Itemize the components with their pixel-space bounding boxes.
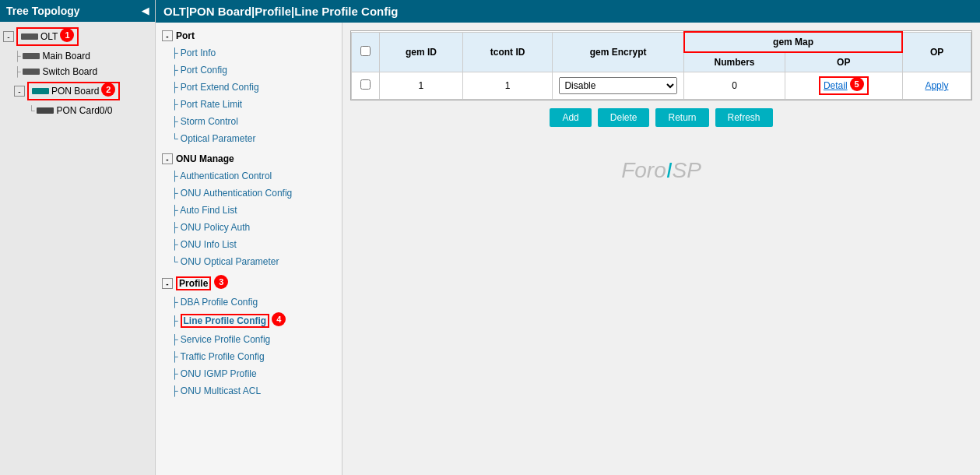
watermark-text2: SP (673, 158, 701, 182)
data-table-wrapper: gem ID tcont ID gem Encrypt gem Map OP N… (350, 30, 972, 100)
menu-item-port-extend-config[interactable]: ├ Port Extend Config (156, 79, 342, 96)
leaf-line-2: ├ (14, 66, 21, 77)
menu-section-port: - Port ├ Port Info ├ Port Config ├ Port … (156, 27, 342, 147)
menu-item-optical-parameter[interactable]: └ Optical Parameter (156, 130, 342, 147)
row-apply-cell: Apply (902, 72, 971, 100)
menu-item-auto-find-list[interactable]: ├ Auto Find List (156, 202, 342, 219)
menu-item-line-profile[interactable]: ├ Line Profile Config 4 (156, 311, 342, 331)
row-tcont-id: 1 (462, 72, 553, 100)
menu-item-dba-profile[interactable]: ├ DBA Profile Config (156, 294, 342, 311)
watermark: ForoISP (350, 127, 972, 214)
expand-olt-icon[interactable]: - (3, 31, 14, 42)
collapse-onu-icon[interactable]: - (162, 153, 173, 164)
collapse-port-icon[interactable]: - (162, 30, 173, 41)
add-button[interactable]: Add (550, 108, 591, 127)
profile-section-label: Profile (176, 276, 211, 290)
row-detail-cell: Detail 5 (785, 72, 902, 100)
table-row: 1 1 Disable Enable 0 (352, 72, 971, 100)
menu-section-onu-manage: - ONU Manage ├ Authentication Control ├ … (156, 150, 342, 270)
th-gem-map: gem Map (684, 32, 902, 52)
menu-item-onu-optical-param[interactable]: └ ONU Optical Parameter (156, 253, 342, 270)
menu-item-service-profile[interactable]: ├ Service Profile Config (156, 331, 342, 348)
expand-pon-icon[interactable]: - (14, 86, 25, 97)
menu-item-traffic-profile[interactable]: ├ Traffic Profile Config (156, 348, 342, 365)
olt-box: OLT 1 (16, 27, 79, 46)
profile-section-header[interactable]: - Profile 3 (156, 273, 342, 294)
pon-card-label: PON Card0/0 (57, 105, 113, 116)
tree-item-main-board[interactable]: ├ Main Board (0, 48, 155, 64)
pon-board-icon (32, 88, 49, 94)
content-area: - Port ├ Port Info ├ Port Config ├ Port … (156, 23, 980, 475)
watermark-text1: Foro (621, 158, 666, 182)
select-all-checkbox[interactable] (360, 46, 371, 56)
refresh-button[interactable]: Refresh (715, 108, 773, 127)
menu-item-auth-control[interactable]: ├ Authentication Control (156, 167, 342, 185)
th-gem-map-numbers: Numbers (684, 52, 785, 72)
badge-2: 2 (101, 83, 115, 97)
badge-4: 4 (272, 312, 286, 326)
olt-label: OLT (40, 31, 58, 42)
row-checkbox-cell (352, 72, 380, 100)
tree-item-pon-card[interactable]: └ PON Card0/0 (0, 103, 155, 118)
app-container: Tree Topology ◀ - OLT 1 ├ Main Bo (0, 0, 980, 475)
apply-link[interactable]: Apply (925, 80, 948, 91)
row-checkbox[interactable] (360, 79, 371, 90)
pon-board-label: PON Board (51, 86, 99, 97)
data-table: gem ID tcont ID gem Encrypt gem Map OP N… (351, 31, 971, 100)
menu-section-profile: - Profile 3 ├ DBA Profile Config ├ Line … (156, 273, 342, 399)
tree-item-pon-board[interactable]: - PON Board 2 (0, 79, 155, 103)
row-gem-id: 1 (380, 72, 463, 100)
leaf-line-3: └ (28, 105, 35, 116)
pon-card-icon (37, 107, 54, 114)
pon-box: PON Board 2 (27, 82, 120, 100)
gem-encrypt-select[interactable]: Disable Enable (559, 77, 677, 94)
menu-item-storm-control[interactable]: ├ Storm Control (156, 113, 342, 130)
switch-board-icon (23, 69, 40, 75)
onu-manage-section-header[interactable]: - ONU Manage (156, 150, 342, 167)
menu-item-onu-auth-config[interactable]: ├ ONU Authentication Config (156, 185, 342, 202)
th-op: OP (902, 32, 971, 72)
breadcrumb-pon: PON Board (189, 5, 251, 18)
detail-cell-box: Detail 5 (819, 76, 869, 95)
menu-item-onu-info-list[interactable]: ├ ONU Info List (156, 236, 342, 253)
return-button[interactable]: Return (655, 108, 708, 127)
menu-item-onu-multicast[interactable]: ├ ONU Multicast ACL (156, 382, 342, 399)
switch-board-label: Switch Board (43, 66, 98, 77)
sidebar-header: Tree Topology ◀ (0, 0, 155, 22)
delete-button[interactable]: Delete (598, 108, 650, 127)
port-section-header[interactable]: - Port (156, 27, 342, 44)
leaf-line: ├ (14, 51, 21, 62)
onu-manage-label: ONU Manage (176, 153, 234, 164)
th-checkbox (352, 32, 380, 72)
tree-item-switch-board[interactable]: ├ Switch Board (0, 64, 155, 79)
menu-item-onu-igmp[interactable]: ├ ONU IGMP Profile (156, 365, 342, 382)
tree: - OLT 1 ├ Main Board ├ Sw (0, 22, 155, 121)
watermark-pipe: I (666, 158, 673, 182)
olt-icon (21, 33, 38, 40)
main-layout: Tree Topology ◀ - OLT 1 ├ Main Bo (0, 0, 980, 475)
menu-item-port-info[interactable]: ├ Port Info (156, 44, 342, 62)
collapse-profile-icon[interactable]: - (162, 278, 173, 289)
sidebar: Tree Topology ◀ - OLT 1 ├ Main Bo (0, 0, 156, 475)
detail-link[interactable]: Detail (824, 80, 848, 91)
sidebar-title: Tree Topology (6, 5, 80, 17)
main-board-label: Main Board (43, 51, 90, 62)
main-content: OLT | PON Board | Profile | Line Profile… (156, 0, 980, 475)
menu-item-port-config[interactable]: ├ Port Config (156, 62, 342, 79)
leaf-line-lp: ├ (171, 315, 178, 326)
row-numbers: 0 (684, 72, 785, 100)
menu-item-port-rate-limit[interactable]: ├ Port Rate Limit (156, 96, 342, 113)
right-panel: gem ID tcont ID gem Encrypt gem Map OP N… (342, 23, 980, 475)
breadcrumb-profile: Profile (255, 5, 291, 18)
th-gem-map-op: OP (785, 52, 902, 72)
main-board-icon (23, 53, 40, 59)
th-tcont-id: tcont ID (462, 32, 553, 72)
tree-item-olt[interactable]: - OLT 1 (0, 25, 155, 48)
line-profile-label[interactable]: Line Profile Config (181, 314, 270, 328)
menu-item-onu-policy-auth[interactable]: ├ ONU Policy Auth (156, 219, 342, 236)
row-gem-encrypt-cell: Disable Enable (553, 72, 684, 100)
sidebar-collapse-icon[interactable]: ◀ (142, 5, 149, 16)
port-section-label: Port (176, 30, 195, 41)
header: OLT | PON Board | Profile | Line Profile… (156, 0, 980, 23)
breadcrumb-line-profile: Line Profile Config (294, 5, 398, 18)
